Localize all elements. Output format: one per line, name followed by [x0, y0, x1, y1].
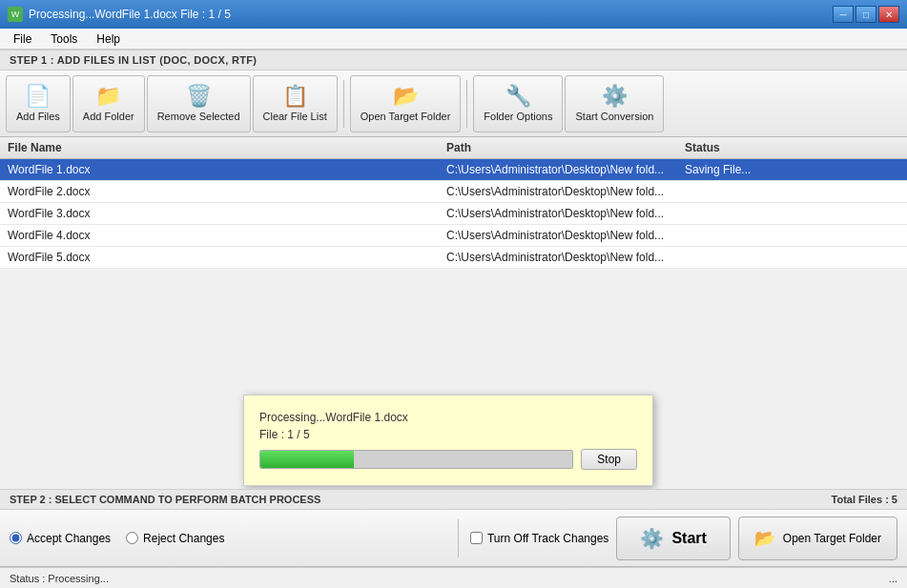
- step1-header: STEP 1 : ADD FILES IN LIST (DOC, DOCX, R…: [0, 50, 907, 71]
- title-bar: W Processing...WordFile 1.docx File : 1 …: [0, 0, 907, 29]
- remove-selected-icon: 🗑️: [186, 86, 212, 107]
- stop-button[interactable]: Stop: [581, 449, 637, 470]
- table-row[interactable]: WordFile 3.docx C:\Users\Administrator\D…: [0, 203, 907, 225]
- close-button[interactable]: ✕: [878, 6, 899, 23]
- window-controls: ─ □ ✕: [833, 6, 899, 23]
- open-target-folder-icon: 📂: [754, 528, 775, 549]
- start-button[interactable]: ⚙️ Start: [616, 517, 730, 560]
- file-list: WordFile 1.docx C:\Users\Administrator\D…: [0, 159, 907, 269]
- table-row[interactable]: WordFile 4.docx C:\Users\Administrator\D…: [0, 225, 907, 247]
- start-gear-icon: ⚙️: [640, 527, 664, 550]
- toolbar-divider-1: [343, 80, 344, 128]
- clear-file-list-icon: 📋: [282, 86, 308, 107]
- open-target-icon: 📂: [393, 86, 419, 107]
- window-title: Processing...WordFile 1.docx File : 1 / …: [29, 8, 833, 21]
- radio-group: Accept Changes Reject Changes: [10, 532, 446, 545]
- open-target-button[interactable]: 📂 Open Target Folder: [738, 517, 897, 560]
- add-folder-button[interactable]: 📁 Add Folder: [72, 75, 145, 132]
- status-bar: Status : Processing... ...: [0, 567, 907, 588]
- menu-tools[interactable]: Tools: [41, 30, 87, 48]
- file-area: File Name Path Status WordFile 1.docx C:…: [0, 137, 907, 489]
- progress-text-line2: File : 1 / 5: [259, 428, 637, 441]
- folder-options-button[interactable]: 🔧 Folder Options: [473, 75, 563, 132]
- progress-bar-background: [259, 450, 573, 469]
- menu-bar: File Tools Help: [0, 29, 907, 50]
- table-row[interactable]: WordFile 5.docx C:\Users\Administrator\D…: [0, 247, 907, 269]
- step2-toolbar: Accept Changes Reject Changes Turn Off T…: [0, 510, 907, 567]
- progress-bar-container: Stop: [259, 449, 637, 470]
- total-files: Total Files : 5: [832, 494, 897, 505]
- turn-off-track-checkbox[interactable]: Turn Off Track Changes: [470, 532, 608, 545]
- folder-options-icon: 🔧: [505, 86, 531, 107]
- step2-divider: [458, 519, 459, 558]
- menu-help[interactable]: Help: [87, 30, 130, 48]
- step2-header: STEP 2 : SELECT COMMAND TO PERFORM BATCH…: [0, 489, 907, 510]
- reject-changes-radio[interactable]: Reject Changes: [126, 532, 224, 545]
- accept-changes-radio[interactable]: Accept Changes: [10, 532, 111, 545]
- toolbar-divider-2: [466, 80, 467, 128]
- open-target-folder-button[interactable]: 📂 Open Target Folder: [350, 75, 462, 132]
- menu-file[interactable]: File: [4, 30, 41, 48]
- main-content: STEP 1 : ADD FILES IN LIST (DOC, DOCX, R…: [0, 50, 907, 588]
- status-text: Status : Processing...: [10, 573, 109, 584]
- minimize-button[interactable]: ─: [833, 6, 854, 23]
- step2-label: STEP 2 : SELECT COMMAND TO PERFORM BATCH…: [10, 494, 320, 505]
- table-row[interactable]: WordFile 2.docx C:\Users\Administrator\D…: [0, 181, 907, 203]
- table-row[interactable]: WordFile 1.docx C:\Users\Administrator\D…: [0, 159, 907, 181]
- start-conversion-icon: ⚙️: [602, 86, 628, 107]
- progress-text-line1: Processing...WordFile 1.docx: [259, 411, 637, 424]
- start-conversion-button[interactable]: ⚙️ Start Conversion: [565, 75, 664, 132]
- remove-selected-button[interactable]: 🗑️ Remove Selected: [147, 75, 251, 132]
- maximize-button[interactable]: □: [855, 6, 876, 23]
- clear-file-list-button[interactable]: 📋 Clear File List: [253, 75, 338, 132]
- add-files-icon: 📄: [25, 86, 51, 107]
- app-icon: W: [8, 7, 23, 22]
- add-files-button[interactable]: 📄 Add Files: [6, 75, 71, 132]
- status-dots: ...: [889, 573, 897, 584]
- add-folder-icon: 📁: [95, 86, 121, 107]
- file-list-header: File Name Path Status: [0, 137, 907, 159]
- toolbar: 📄 Add Files 📁 Add Folder 🗑️ Remove Selec…: [0, 71, 907, 137]
- progress-bar-fill: [260, 451, 354, 468]
- progress-dialog: Processing...WordFile 1.docx File : 1 / …: [243, 395, 653, 486]
